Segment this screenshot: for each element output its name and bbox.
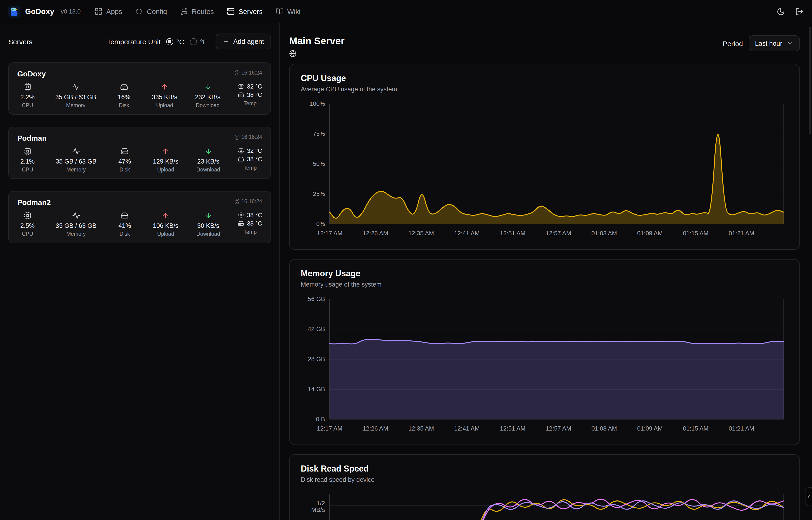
svg-text:12:41 AM: 12:41 AM bbox=[454, 425, 480, 432]
nav-item-servers[interactable]: Servers bbox=[227, 7, 262, 16]
cpu-temp-row: 32 °C bbox=[238, 83, 262, 90]
grid-icon bbox=[94, 7, 103, 16]
disk-value: 16% bbox=[118, 94, 130, 101]
stat-disk: 16% Disk bbox=[114, 83, 134, 108]
chevron-down-icon bbox=[787, 40, 793, 47]
svg-text:12:51 AM: 12:51 AM bbox=[500, 425, 526, 432]
logout-button[interactable] bbox=[795, 7, 804, 16]
memory-usage-card: Memory Usage Memory usage of the system … bbox=[289, 259, 800, 445]
stat-cpu: 2.2% CPU bbox=[17, 83, 38, 108]
hard-drive-icon bbox=[238, 156, 244, 162]
nav-item-wiki[interactable]: Wiki bbox=[276, 7, 301, 16]
stat-download: 30 KB/s Download bbox=[196, 211, 220, 237]
server-stats-row: 2.5% CPU 35 GB / 63 GB Memory 41% Disk bbox=[17, 211, 262, 237]
svg-text:56 GB: 56 GB bbox=[308, 295, 325, 303]
arrow-up-icon bbox=[161, 83, 169, 91]
hard-drive-icon bbox=[121, 211, 129, 219]
activity-icon bbox=[72, 211, 80, 219]
upload-value: 106 KB/s bbox=[153, 222, 178, 229]
upload-label: Upload bbox=[157, 231, 174, 237]
svg-text:0 B: 0 B bbox=[316, 416, 325, 423]
nav-item-routes[interactable]: Routes bbox=[180, 7, 214, 16]
theme-toggle-button[interactable] bbox=[777, 7, 785, 16]
stat-upload: 106 KB/s Upload bbox=[153, 211, 178, 237]
chart-title: Disk Read Speed bbox=[301, 464, 788, 474]
temp-label: Temp bbox=[244, 229, 256, 235]
page-title: Main Server bbox=[289, 35, 344, 47]
server-name: Podman2 bbox=[17, 199, 51, 207]
cpu-usage-chart: 0%25%50%75%100%12:17 AM12:26 AM12:35 AM1… bbox=[301, 100, 787, 240]
plus-icon bbox=[223, 38, 229, 45]
celsius-radio[interactable]: °C bbox=[166, 37, 185, 46]
disk-temp-value: 38 °C bbox=[247, 91, 262, 98]
activity-icon bbox=[72, 147, 80, 155]
server-card-godoxy[interactable]: GoDoxy @ 16:16:24 2.2% CPU 35 GB / 63 GB… bbox=[8, 62, 271, 114]
memory-usage-chart: 0 B14 GB28 GB42 GB56 GB12:17 AM12:26 AM1… bbox=[301, 295, 787, 435]
disk-value: 41% bbox=[118, 222, 131, 229]
svg-text:12:17 AM: 12:17 AM bbox=[317, 425, 342, 432]
nav-item-config[interactable]: Config bbox=[135, 7, 167, 16]
svg-text:12:57 AM: 12:57 AM bbox=[546, 230, 571, 237]
period-label: Period bbox=[723, 40, 743, 47]
memory-label: Memory bbox=[66, 103, 85, 108]
server-stats-row: 2.1% CPU 35 GB / 63 GB Memory 47% Disk bbox=[17, 147, 262, 173]
cpu-chip-icon bbox=[238, 83, 244, 89]
svg-text:1/2MB/s: 1/2MB/s bbox=[311, 500, 325, 513]
celsius-label[interactable]: °C bbox=[176, 37, 185, 46]
upload-label: Upload bbox=[157, 167, 174, 173]
navbar-actions bbox=[777, 7, 804, 16]
nav-item-label: Wiki bbox=[287, 7, 301, 16]
arrow-up-icon bbox=[162, 211, 169, 219]
upload-value: 335 KB/s bbox=[152, 94, 177, 101]
chevron-left-icon bbox=[806, 494, 812, 499]
disk-read-speed-chart: 1/2MB/s bbox=[301, 491, 787, 520]
cpu-value: 2.1% bbox=[20, 158, 35, 165]
godoxy-logo-icon[interactable] bbox=[8, 5, 21, 18]
hard-drive-icon bbox=[238, 220, 244, 227]
memory-value: 35 GB / 63 GB bbox=[55, 94, 96, 101]
nav-item-apps[interactable]: Apps bbox=[94, 7, 122, 16]
server-card-podman[interactable]: Podman @ 16:16:24 2.1% CPU 35 GB / 63 GB… bbox=[8, 127, 271, 179]
scrollbar[interactable] bbox=[809, 27, 811, 134]
svg-text:01:15 AM: 01:15 AM bbox=[683, 230, 709, 237]
hard-drive-icon bbox=[238, 92, 244, 98]
disk-value: 47% bbox=[118, 158, 131, 165]
stat-upload: 129 KB/s Upload bbox=[153, 147, 178, 173]
disk-label: Disk bbox=[119, 103, 129, 108]
arrow-down-icon bbox=[204, 211, 212, 219]
stat-cpu: 2.5% CPU bbox=[17, 211, 38, 237]
svg-text:12:57 AM: 12:57 AM bbox=[546, 425, 571, 432]
download-value: 232 KB/s bbox=[195, 94, 221, 101]
main-header: Main Server Period Last hour bbox=[289, 35, 800, 57]
cpu-temp-value: 32 °C bbox=[247, 83, 262, 90]
fahrenheit-radio[interactable]: °F bbox=[190, 37, 207, 46]
stat-disk: 41% Disk bbox=[115, 211, 135, 237]
disk-label: Disk bbox=[119, 231, 130, 237]
server-stack-icon bbox=[227, 7, 235, 16]
server-stats-row: 2.2% CPU 35 GB / 63 GB Memory 16% Disk bbox=[17, 83, 262, 108]
svg-text:01:21 AM: 01:21 AM bbox=[729, 230, 754, 237]
server-card-podman2[interactable]: Podman2 @ 16:16:24 2.5% CPU 35 GB / 63 G… bbox=[8, 191, 271, 243]
hard-drive-icon bbox=[121, 147, 129, 155]
svg-text:01:03 AM: 01:03 AM bbox=[591, 425, 617, 432]
collapse-handle[interactable] bbox=[805, 487, 812, 506]
book-icon bbox=[276, 7, 284, 16]
radio-dot-icon[interactable] bbox=[190, 38, 197, 45]
activity-icon bbox=[72, 83, 80, 91]
svg-text:01:03 AM: 01:03 AM bbox=[591, 230, 617, 237]
radio-dot-icon[interactable] bbox=[166, 38, 173, 45]
disk-temp-row: 38 °C bbox=[238, 156, 262, 163]
disk-read-speed-card: Disk Read Speed Disk read speed by devic… bbox=[289, 454, 800, 520]
period-select[interactable]: Last hour bbox=[749, 35, 800, 51]
fahrenheit-label[interactable]: °F bbox=[200, 37, 207, 46]
stat-download: 232 KB/s Download bbox=[195, 83, 221, 108]
svg-text:12:35 AM: 12:35 AM bbox=[408, 425, 434, 432]
stat-memory: 35 GB / 63 GB Memory bbox=[55, 83, 96, 108]
add-agent-button[interactable]: Add agent bbox=[216, 33, 271, 49]
hard-drive-icon bbox=[120, 83, 128, 91]
cpu-chip-icon bbox=[24, 147, 31, 155]
server-card-header: Podman @ 16:16:24 bbox=[17, 134, 262, 142]
content: Servers Temperature Unit °C °F Add agent bbox=[0, 23, 812, 520]
nav-item-label: Apps bbox=[106, 7, 122, 16]
cpu-value: 2.2% bbox=[20, 94, 35, 101]
